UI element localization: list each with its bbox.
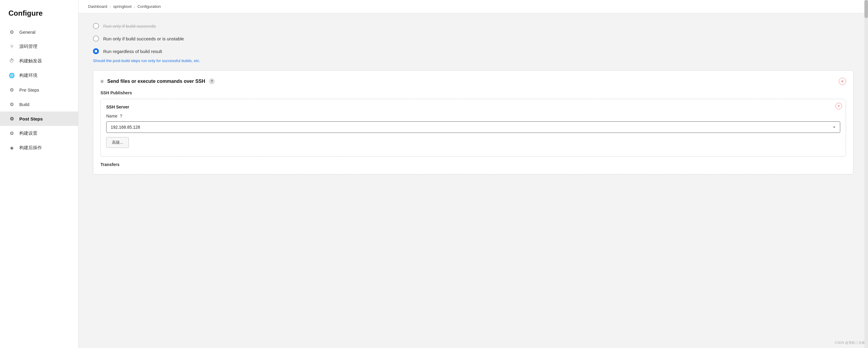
- sidebar-item-general[interactable]: ⚙ General: [0, 25, 78, 39]
- scrollbar-thumb[interactable]: [864, 0, 868, 18]
- globe-icon: 🌐: [8, 72, 15, 79]
- panel-close-button[interactable]: ×: [839, 78, 846, 85]
- help-text: Should the post-build steps run only for…: [93, 59, 854, 63]
- gear-settings-icon: ⚙: [8, 130, 15, 137]
- gear-icon: ⚙: [8, 29, 15, 35]
- ssh-panel: ≡ Send files or execute commands over SS…: [93, 70, 854, 174]
- radio-label-regardless: Run regardless of build result: [103, 49, 162, 54]
- sidebar-title: Configure: [0, 6, 78, 25]
- breadcrumb-dashboard[interactable]: Dashboard: [88, 4, 107, 9]
- ssh-publishers-label: SSH Publishers: [100, 91, 846, 95]
- gear-build-icon: ⚙: [8, 101, 15, 108]
- scrollbar-track[interactable]: [864, 0, 868, 348]
- panel-header: ≡ Send files or execute commands over SS…: [100, 78, 846, 85]
- breadcrumb-configuration: Configuration: [137, 4, 161, 9]
- radio-label-build-succeeds: Run only if build succeeds: [103, 24, 156, 29]
- radio-build-unstable[interactable]: Run only if build succeeds or is unstabl…: [93, 36, 854, 42]
- branch-icon: ⑂: [8, 43, 15, 50]
- main-area: Dashboard › springboot › Configuration R…: [79, 0, 868, 348]
- breadcrumb-sep-1: ›: [110, 5, 111, 8]
- sidebar: Configure ⚙ General ⑂ 源码管理 ⏱ 构建触发器 🌐 构建环…: [0, 0, 79, 348]
- sidebar-item-settings[interactable]: ⚙ 构建设置: [0, 126, 78, 140]
- sidebar-item-env[interactable]: 🌐 构建环境: [0, 68, 78, 82]
- sidebar-item-source[interactable]: ⑂ 源码管理: [0, 39, 78, 54]
- sidebar-item-build[interactable]: ⚙ Build: [0, 97, 78, 111]
- ssh-server-close-button[interactable]: ×: [835, 103, 842, 109]
- ssh-server-panel: × SSH Server Name ? 192.168.85.128 高级...: [100, 99, 846, 157]
- name-help-icon[interactable]: ?: [120, 114, 122, 118]
- menu-icon: ≡: [100, 78, 104, 85]
- radio-circle-build-unstable: [93, 36, 99, 42]
- radio-label-build-unstable: Run only if build succeeds or is unstabl…: [103, 36, 184, 41]
- name-field-row: Name ?: [106, 114, 840, 118]
- radio-circle-build-succeeds: [93, 23, 99, 29]
- content-area: Run only if build succeeds Run only if b…: [79, 13, 868, 348]
- breadcrumb-springboot[interactable]: springboot: [113, 4, 131, 9]
- ssh-server-title: SSH Server: [106, 105, 840, 109]
- sidebar-item-presteps[interactable]: ⚙ Pre Steps: [0, 82, 78, 97]
- radio-build-succeeds[interactable]: Run only if build succeeds: [93, 23, 854, 29]
- transfers-label: Transfers: [100, 162, 846, 167]
- advanced-button[interactable]: 高级...: [106, 137, 129, 148]
- panel-title: Send files or execute commands over SSH: [107, 79, 206, 84]
- radio-circle-regardless: [93, 48, 99, 54]
- sidebar-item-postbuild[interactable]: ◈ 构建后操作: [0, 140, 78, 155]
- panel-help-icon[interactable]: ?: [209, 78, 215, 84]
- breadcrumb-sep-2: ›: [134, 5, 135, 8]
- gear-poststeps-icon: ⚙: [8, 115, 15, 122]
- sidebar-item-poststeps[interactable]: ⚙ Post Steps: [0, 111, 78, 126]
- sidebar-item-trigger[interactable]: ⏱ 构建触发器: [0, 54, 78, 68]
- server-name-select[interactable]: 192.168.85.128: [106, 121, 840, 133]
- gear-presteps-icon: ⚙: [8, 86, 15, 93]
- watermark: CSDN @雪糕二当家: [835, 341, 865, 345]
- cube-icon: ◈: [8, 144, 15, 151]
- breadcrumb: Dashboard › springboot › Configuration: [79, 0, 868, 13]
- radio-regardless[interactable]: Run regardless of build result: [93, 48, 854, 54]
- clock-icon: ⏱: [8, 58, 15, 64]
- name-label: Name: [106, 114, 117, 118]
